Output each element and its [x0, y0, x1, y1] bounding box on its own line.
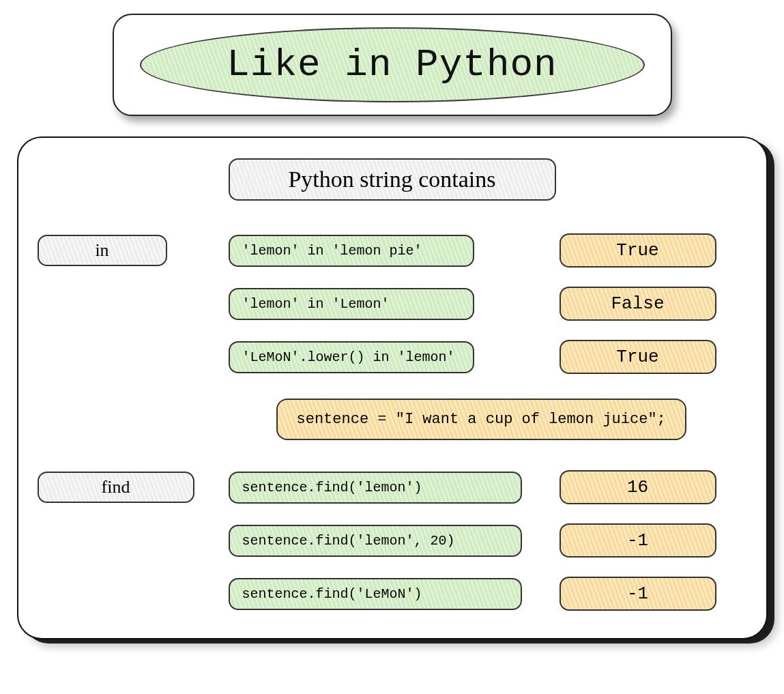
- result-find-2: -1: [560, 523, 716, 558]
- row-in-2: 'lemon' in 'Lemon' False: [38, 287, 747, 321]
- result-in-3: True: [560, 340, 716, 374]
- code-in-2: 'lemon' in 'Lemon': [229, 288, 474, 320]
- result-find-1: 16: [560, 470, 716, 504]
- row-in-3: 'LeMoN'.lower() in 'lemon' True: [38, 340, 747, 374]
- row-find-3: sentence.find('LeMoN') -1: [38, 577, 747, 611]
- label-find: find: [38, 472, 194, 503]
- sentence-row: sentence = "I want a cup of lemon juice"…: [38, 399, 747, 440]
- subtitle: Python string contains: [229, 158, 556, 201]
- code-find-1: sentence.find('lemon'): [229, 472, 522, 504]
- result-in-1: True: [560, 233, 716, 268]
- header-card: Like in Python: [113, 14, 672, 116]
- label-in: in: [38, 235, 167, 266]
- code-in-1: 'lemon' in 'lemon pie': [229, 235, 474, 267]
- code-find-2: sentence.find('lemon', 20): [229, 525, 522, 557]
- result-find-3: -1: [560, 577, 716, 611]
- code-in-3: 'LeMoN'.lower() in 'lemon': [229, 341, 474, 373]
- header-ellipse: Like in Python: [140, 27, 645, 102]
- sentence-declaration: sentence = "I want a cup of lemon juice"…: [276, 399, 686, 440]
- page-title: Like in Python: [227, 43, 557, 87]
- row-find-1: find sentence.find('lemon') 16: [38, 470, 747, 504]
- code-find-3: sentence.find('LeMoN'): [229, 578, 522, 610]
- row-find-2: sentence.find('lemon', 20) -1: [38, 523, 747, 558]
- result-in-2: False: [560, 287, 716, 321]
- row-in-1: in 'lemon' in 'lemon pie' True: [38, 233, 747, 268]
- main-panel: Python string contains in 'lemon' in 'le…: [17, 136, 768, 639]
